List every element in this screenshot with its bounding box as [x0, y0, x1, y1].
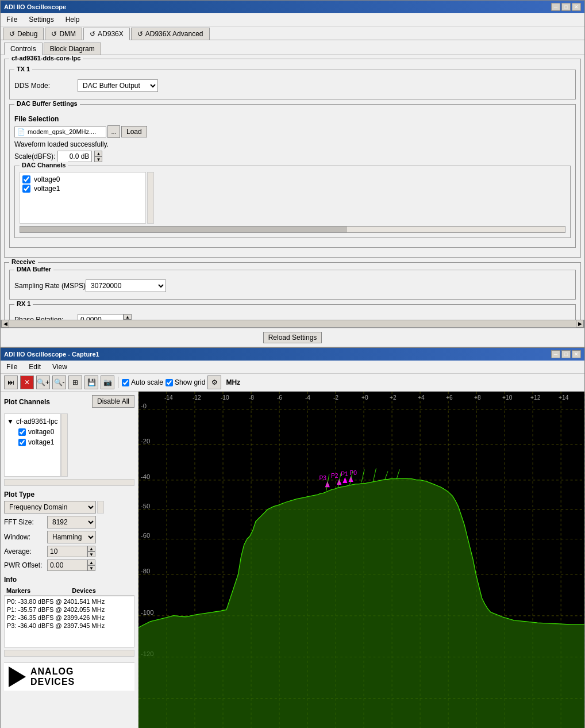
file-selection-title: File Selection [14, 115, 571, 123]
plot-type-dropdown-btn[interactable] [97, 501, 104, 514]
tab-ad936x-label: AD936X [98, 30, 124, 38]
tab-bar-1: ↺ Debug ↺ DMM ↺ AD936X ↺ AD936X Advanced [1, 26, 584, 40]
show-grid-label[interactable]: Show grid [166, 378, 205, 386]
menu-file[interactable]: File [3, 14, 21, 25]
tab-dmm-icon: ↺ [51, 30, 57, 38]
capture-body: File Edit View ⏭ ✕ 🔍+ 🔍- ⊞ 💾 📷 Auto scal… [1, 361, 584, 728]
close-button[interactable]: ✕ [572, 3, 581, 11]
voltage0-checkbox[interactable] [22, 175, 30, 183]
average-spinner: ▲ ▼ [87, 546, 95, 557]
dac-channels-scroll-thumb [20, 227, 347, 232]
tab-dmm[interactable]: ↺ DMM [45, 28, 82, 40]
svg-text:-14: -14 [164, 394, 173, 401]
dac-channels-group: DAC Channels voltage0 voltage1 [14, 166, 571, 238]
average-down-btn[interactable]: ▼ [87, 551, 95, 557]
svg-text:+8: +8 [474, 394, 481, 401]
cap-menu-view[interactable]: View [49, 362, 71, 372]
svg-text:-6: -6 [277, 394, 282, 401]
markers-hscroll[interactable] [4, 650, 134, 657]
cap-voltage0-checkbox[interactable] [18, 428, 26, 436]
fft-size-row: FFT Size: 8192 [4, 516, 134, 528]
pwr-offset-input[interactable] [47, 560, 87, 571]
camera-btn[interactable]: 📷 [101, 376, 114, 389]
settings-btn[interactable]: ⚙ [207, 376, 221, 389]
window1: ADI IIO Oscilloscope ─ □ ✕ File Settings… [0, 0, 585, 347]
capture-maximize-btn[interactable]: □ [561, 350, 571, 358]
voltage1-checkbox[interactable] [22, 185, 30, 193]
tab-ad936x-advanced[interactable]: ↺ AD936X Advanced [131, 28, 210, 40]
fft-size-select[interactable]: 8192 [47, 516, 96, 528]
pwr-offset-label: PWR Offset: [4, 561, 47, 569]
inner-tab-controls[interactable]: Controls [4, 43, 43, 55]
dac-channels-vscroll[interactable] [147, 172, 154, 224]
receive-title: Receive [9, 258, 38, 265]
zoom-fit-btn[interactable]: ⊞ [68, 376, 82, 389]
capture-close-btn[interactable]: ✕ [572, 350, 581, 358]
auto-scale-label[interactable]: Auto scale [122, 378, 163, 386]
file-name: modem_qpsk_20MHz.... [28, 128, 96, 135]
plot-type-title: Plot Type [4, 491, 134, 499]
window1-controls: ─ □ ✕ [551, 3, 581, 11]
tab-debug[interactable]: ↺ Debug [3, 28, 44, 40]
save-btn[interactable]: 💾 [84, 376, 98, 389]
h-scrollbar[interactable]: ◀ ▶ [1, 320, 584, 328]
menu-settings[interactable]: Settings [25, 14, 57, 25]
auto-scale-checkbox[interactable] [122, 379, 129, 386]
cap-voltage1-label: voltage1 [28, 438, 54, 446]
sampling-rate-select[interactable]: 30720000 [86, 279, 166, 292]
hscroll-right-btn[interactable]: ▶ [576, 320, 584, 328]
tab-debug-label: Debug [17, 30, 37, 38]
file-input-box: 📄 modem_qpsk_20MHz.... [14, 127, 106, 137]
hscroll-left-btn[interactable]: ◀ [1, 320, 9, 328]
minimize-button[interactable]: ─ [551, 3, 560, 11]
cap-menu-file[interactable]: File [3, 362, 21, 372]
title-bar-1: ADI IIO Oscilloscope ─ □ ✕ [1, 1, 584, 13]
channel-tree-container: ▼ cf-ad9361-lpc voltage0 voltage1 [4, 413, 134, 477]
tree-vscroll[interactable] [61, 413, 68, 477]
scale-up-btn[interactable]: ▲ [94, 151, 102, 156]
hscroll-track[interactable] [9, 320, 576, 327]
dma-buffer-title: DMA Buffer [14, 266, 53, 273]
scale-input[interactable] [57, 151, 92, 162]
load-button[interactable]: Load [121, 126, 147, 137]
svg-text:+12: +12 [530, 394, 541, 401]
pwr-up-btn[interactable]: ▲ [87, 560, 95, 565]
menu-help[interactable]: Help [62, 14, 83, 25]
zoom-out-btn[interactable]: 🔍- [52, 376, 66, 389]
adi-text: ANALOGDEVICES [30, 666, 75, 687]
show-grid-checkbox[interactable] [166, 379, 173, 386]
pwr-spinner: ▲ ▼ [87, 560, 95, 571]
main-content: cf-ad9361-dds-core-lpc TX 1 DDS Mode: DA… [1, 55, 584, 320]
cap-menu-edit[interactable]: Edit [25, 362, 44, 372]
capture-title-bar: ADI IIO Oscilloscope - Capture1 ─ □ ✕ [1, 348, 584, 361]
browse-button[interactable]: ... [107, 125, 120, 138]
maximize-button[interactable]: □ [561, 3, 571, 11]
voltage0-label: voltage0 [34, 175, 60, 183]
plot-canvas: -0 -20 -40 -50 -60 -80 -100 -120 -14 -12… [138, 392, 584, 728]
svg-text:+4: +4 [418, 394, 425, 401]
dds-mode-select[interactable]: DAC Buffer Output [78, 79, 158, 92]
average-input[interactable] [47, 546, 87, 557]
zoom-in-btn[interactable]: 🔍+ [36, 376, 50, 389]
scale-down-btn[interactable]: ▼ [94, 156, 102, 162]
reload-settings-button[interactable]: Reload Settings [263, 332, 322, 343]
tree-hscroll[interactable] [4, 479, 134, 486]
phase-up-btn[interactable]: ▲ [124, 314, 132, 320]
average-up-btn[interactable]: ▲ [87, 546, 95, 551]
col-markers: Markers [4, 586, 70, 596]
disable-all-btn[interactable]: Disable All [92, 395, 134, 408]
plot-type-select[interactable]: Frequency Domain [4, 501, 96, 514]
rx1-group: RX 1 Phase Rotation: ▲ ▼ [9, 304, 576, 320]
tab-ad936x[interactable]: ↺ AD936X [83, 28, 130, 40]
stop-btn[interactable]: ✕ [20, 376, 34, 389]
window-select[interactable]: Hamming [47, 531, 96, 543]
dac-channels-hscroll[interactable] [20, 226, 565, 233]
svg-text:-80: -80 [141, 568, 150, 574]
phase-rotation-input[interactable] [78, 314, 124, 320]
pwr-down-btn[interactable]: ▼ [87, 565, 95, 571]
skip-btn[interactable]: ⏭ [4, 376, 18, 389]
cap-voltage1-checkbox[interactable] [18, 439, 26, 446]
capture-minimize-btn[interactable]: ─ [551, 350, 560, 358]
receive-section: Receive DMA Buffer Sampling Rate (MSPS) … [4, 262, 581, 320]
inner-tab-block-diagram[interactable]: Block Diagram [44, 43, 101, 55]
